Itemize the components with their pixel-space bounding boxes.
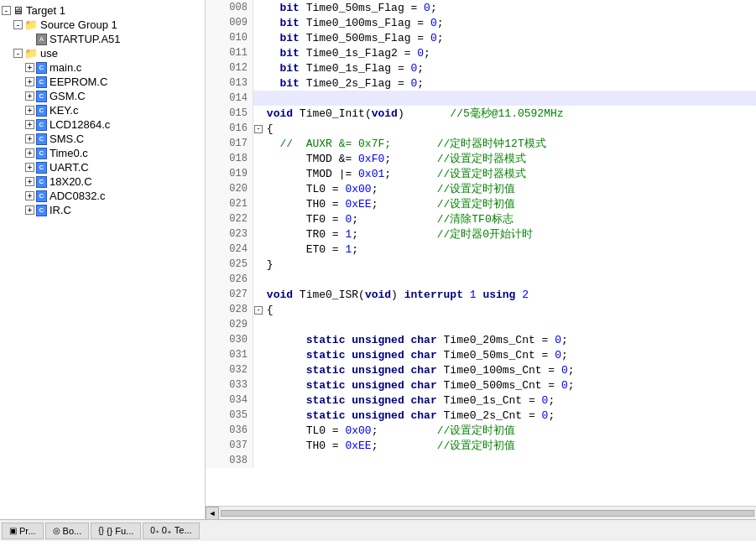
tree-expand-source_group1[interactable]: -: [13, 20, 23, 29]
sidebar-item-source_group1[interactable]: -📁Source Group 1: [0, 18, 205, 32]
code-row-033: 033 static unsigned char Time0_500ms_Cnt…: [206, 377, 756, 393]
tree-label-sms_c: SMS.C: [50, 133, 84, 145]
code-line-037[interactable]: TH0 = 0xEE; //设置定时初值: [263, 438, 756, 453]
code-line-026[interactable]: [263, 272, 756, 287]
tree-expand-main_c[interactable]: +: [25, 63, 34, 72]
line-number-009: 009: [206, 15, 253, 30]
sidebar-item-lcd12864_c[interactable]: +CLCD12864.c: [0, 117, 205, 132]
code-line-029[interactable]: [263, 317, 756, 332]
code-row-014: 014: [206, 91, 756, 106]
code-line-018[interactable]: TMOD &= 0xF0; //设置定时器模式: [263, 151, 756, 166]
code-line-038[interactable]: [263, 453, 756, 468]
code-line-010[interactable]: bit Time0_500ms_Flag = 0;: [263, 30, 756, 45]
line-number-016: 016: [206, 121, 253, 136]
horizontal-scrollbar[interactable]: ◄: [206, 506, 756, 519]
sidebar-item-adc0832_c[interactable]: +CADC0832.c: [0, 189, 205, 203]
sidebar-item-startup[interactable]: ASTARTUP.A51: [0, 32, 205, 46]
code-line-008[interactable]: bit Time0_50ms_Flag = 0;: [263, 0, 756, 15]
code-line-032[interactable]: static unsigned char Time0_100ms_Cnt = 0…: [263, 362, 756, 377]
code-line-017[interactable]: // AUXR &= 0x7F; //定时器时钟12T模式: [263, 136, 756, 151]
code-row-015: 015void Time0_Init(void) //5毫秒@11.0592MH…: [206, 106, 756, 121]
sidebar-item-main_c[interactable]: +Cmain.c: [0, 60, 205, 75]
code-line-020[interactable]: TL0 = 0x00; //设置定时初值: [263, 181, 756, 196]
code-line-025[interactable]: }: [263, 257, 756, 272]
code-line-036[interactable]: TL0 = 0x00; //设置定时初值: [263, 423, 756, 438]
tree-expand-eeprom_c[interactable]: +: [25, 77, 34, 86]
expand-col-022: [253, 211, 263, 226]
code-line-028[interactable]: {: [263, 302, 756, 317]
code-row-032: 032 static unsigned char Time0_100ms_Cnt…: [206, 362, 756, 377]
code-row-031: 031 static unsigned char Time0_50ms_Cnt …: [206, 347, 756, 362]
tree-expand-time0_c[interactable]: +: [25, 148, 34, 158]
code-line-016[interactable]: {: [263, 121, 756, 136]
scroll-thumb[interactable]: [221, 510, 754, 517]
expand-col-037: [253, 438, 263, 453]
sidebar-item-key_c[interactable]: +CKEY.c: [0, 103, 205, 117]
bottom-bar: ▣Pr...◎Bo...{}{} Fu...0₊0₊ Te...: [0, 519, 756, 541]
line-number-011: 011: [206, 45, 253, 60]
expand-col-023: [253, 226, 263, 242]
code-row-020: 020 TL0 = 0x00; //设置定时初值: [206, 181, 756, 196]
scroll-left-arrow[interactable]: ◄: [206, 507, 219, 520]
tab-icon-fu: {}: [98, 526, 104, 535]
expand-col-032: [253, 362, 263, 377]
sidebar-item-ir_c[interactable]: +CIR.C: [0, 203, 205, 217]
expand-col-016[interactable]: -: [253, 121, 263, 136]
code-line-033[interactable]: static unsigned char Time0_500ms_Cnt = 0…: [263, 377, 756, 393]
expand-col-035: [253, 408, 263, 423]
tab-label-te: 0₊ Te...: [162, 525, 192, 536]
code-line-011[interactable]: bit Time0_1s_Flag2 = 0;: [263, 45, 756, 60]
tree-expand-adc0832_c[interactable]: +: [25, 191, 34, 200]
code-row-016: 016-{: [206, 121, 756, 136]
code-line-009[interactable]: bit Time0_100ms_Flag = 0;: [263, 15, 756, 30]
code-row-013: 013 bit Time0_2s_Flag = 0;: [206, 75, 756, 91]
code-line-022[interactable]: TF0 = 0; //清除TF0标志: [263, 211, 756, 226]
sidebar-item-sms_c[interactable]: +CSMS.C: [0, 132, 205, 146]
code-line-019[interactable]: TMOD |= 0x01; //设置定时器模式: [263, 166, 756, 181]
code-row-034: 034 static unsigned char Time0_1s_Cnt = …: [206, 393, 756, 408]
code-line-035[interactable]: static unsigned char Time0_2s_Cnt = 0;: [263, 408, 756, 423]
line-number-026: 026: [206, 272, 253, 287]
tree-expand-key_c[interactable]: +: [25, 106, 34, 115]
sidebar-item-uart_c[interactable]: +CUART.C: [0, 160, 205, 174]
tree-expand-uart_c[interactable]: +: [25, 163, 34, 172]
main-container: -🖥Target 1-📁Source Group 1ASTARTUP.A51-📁…: [0, 0, 756, 519]
code-line-027[interactable]: void Time0_ISR(void) interrupt 1 using 2: [263, 287, 756, 302]
code-line-030[interactable]: static unsigned char Time0_20ms_Cnt = 0;: [263, 332, 756, 347]
tree-label-startup: STARTUP.A51: [50, 33, 121, 45]
line-number-027: 027: [206, 287, 253, 302]
sidebar-item-gsm_c[interactable]: +CGSM.C: [0, 89, 205, 103]
tree-label-ir_c: IR.C: [50, 204, 71, 216]
code-line-013[interactable]: bit Time0_2s_Flag = 0;: [263, 75, 756, 91]
code-line-021[interactable]: TH0 = 0xEE; //设置定时初值: [263, 196, 756, 211]
tree-expand-ir_c[interactable]: +: [25, 205, 34, 215]
tree-expand-gsm_c[interactable]: +: [25, 91, 34, 101]
code-line-024[interactable]: ET0 = 1;: [263, 242, 756, 257]
expand-col-028[interactable]: -: [253, 302, 263, 317]
code-line-023[interactable]: TR0 = 1; //定时器0开始计时: [263, 226, 756, 242]
tree-expand-use[interactable]: -: [13, 49, 23, 58]
bottom-tab-bo[interactable]: ◎Bo...: [45, 523, 90, 539]
code-line-012[interactable]: bit Time0_1s_Flag = 0;: [263, 60, 756, 75]
tree-expand-lcd12864_c[interactable]: +: [25, 120, 34, 129]
expand-col-030: [253, 332, 263, 347]
sidebar-item-time0_c[interactable]: +CTime0.c: [0, 146, 205, 160]
bottom-tab-pr[interactable]: ▣Pr...: [2, 523, 44, 539]
tree-expand-sms_c[interactable]: +: [25, 134, 34, 143]
sidebar-item-18x20_c[interactable]: +C18X20.C: [0, 174, 205, 189]
code-line-015[interactable]: void Time0_Init(void) //5毫秒@11.0592MHz: [263, 106, 756, 121]
bottom-tab-te[interactable]: 0₊0₊ Te...: [143, 523, 199, 539]
tree-label-eeprom_c: EEPROM.C: [50, 75, 107, 88]
bottom-tab-fu[interactable]: {}{} Fu...: [91, 523, 141, 539]
tree-expand-target1[interactable]: -: [2, 6, 11, 15]
sidebar-item-target1[interactable]: -🖥Target 1: [0, 3, 205, 18]
sidebar-item-use[interactable]: -📁use: [0, 46, 205, 60]
code-line-031[interactable]: static unsigned char Time0_50ms_Cnt = 0;: [263, 347, 756, 362]
tree-label-18x20_c: 18X20.C: [50, 175, 92, 188]
code-line-014[interactable]: [263, 91, 756, 106]
tree-expand-18x20_c[interactable]: +: [25, 177, 34, 186]
code-line-034[interactable]: static unsigned char Time0_1s_Cnt = 0;: [263, 393, 756, 408]
line-number-038: 038: [206, 453, 253, 468]
sidebar-item-eeprom_c[interactable]: +CEEPROM.C: [0, 75, 205, 89]
code-editor[interactable]: 008 bit Time0_50ms_Flag = 0;009 bit Time…: [206, 0, 756, 506]
